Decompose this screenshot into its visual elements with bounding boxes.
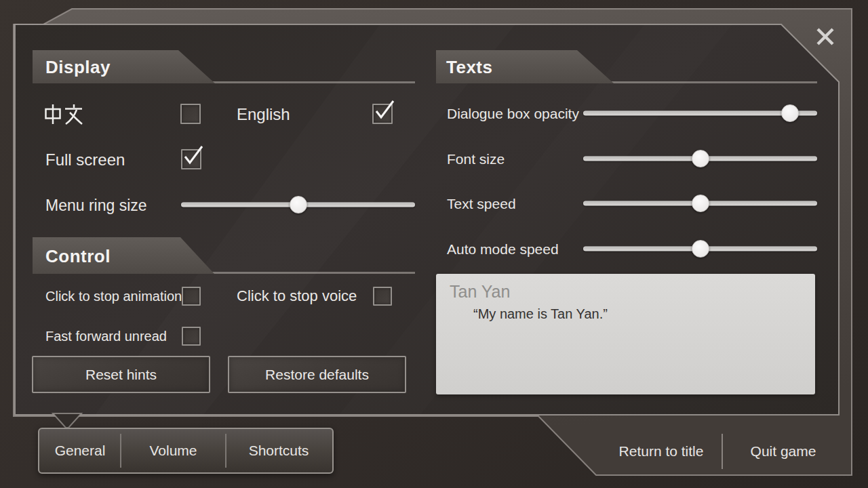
slider-thumb[interactable] — [692, 150, 709, 167]
font-size-label: Font size — [447, 151, 505, 167]
dialogue-box-opacity-label: Dialogue box opacity — [447, 106, 579, 122]
texts-section-title: Texts — [446, 57, 493, 78]
quit-game-button[interactable]: Quit game — [729, 434, 837, 469]
preview-speaker-name: Tan Yan — [450, 282, 510, 302]
chinese-glyphs — [45, 104, 83, 125]
dialogue-box-opacity-slider[interactable] — [583, 104, 817, 122]
settings-screen: { "window": { "close_icon": "close-x" },… — [0, 0, 868, 488]
click-stop-voice-label: Click to stop voice — [237, 287, 357, 305]
system-buttons-divider — [722, 434, 723, 469]
slider-thumb[interactable] — [290, 196, 307, 214]
click-stop-animation-label: Click to stop animation — [45, 289, 182, 304]
slider-thumb[interactable] — [781, 104, 799, 122]
click-stop-voice-checkbox[interactable] — [373, 287, 392, 306]
tab-general[interactable]: General — [39, 429, 121, 472]
display-section-title: Display — [45, 57, 111, 78]
reset-hints-button[interactable]: Reset hints — [32, 356, 210, 393]
slider-thumb[interactable] — [692, 195, 709, 212]
full-screen-checkbox[interactable] — [181, 149, 201, 169]
full-screen-label: Full screen — [45, 150, 125, 169]
close-icon — [814, 25, 837, 48]
dialogue-preview-box: Tan Yan “My name is Tan Yan.” — [436, 274, 815, 394]
fast-forward-unread-checkbox[interactable] — [182, 327, 201, 346]
click-stop-animation-checkbox[interactable] — [182, 287, 201, 306]
panel-tail — [53, 413, 81, 428]
fast-forward-unread-label: Fast forward unread — [45, 329, 167, 344]
auto-mode-speed-label: Auto mode speed — [447, 241, 559, 258]
english-checkbox[interactable] — [372, 104, 393, 124]
language-chinese-label: 中文 — [45, 104, 83, 125]
language-english-label: English — [237, 105, 290, 124]
tab-volume[interactable]: Volume — [121, 429, 225, 472]
menu-ring-size-slider[interactable] — [181, 196, 415, 214]
tab-shortcuts[interactable]: Shortcuts — [226, 429, 331, 472]
font-size-slider[interactable] — [583, 150, 817, 167]
preview-dialogue-text: “My name is Tan Yan.” — [473, 306, 608, 322]
return-to-title-button[interactable]: Return to title — [607, 434, 715, 469]
settings-tab-bar: General Volume Shortcuts — [38, 428, 334, 474]
slider-thumb[interactable] — [692, 240, 709, 258]
restore-defaults-button[interactable]: Restore defaults — [228, 356, 406, 393]
chinese-checkbox[interactable] — [180, 104, 201, 124]
auto-mode-speed-slider[interactable] — [583, 240, 817, 258]
close-button[interactable] — [814, 25, 837, 48]
text-speed-slider[interactable] — [583, 195, 817, 212]
control-section-title: Control — [45, 246, 111, 267]
text-speed-label: Text speed — [447, 196, 516, 212]
menu-ring-size-label: Menu ring size — [45, 197, 147, 215]
